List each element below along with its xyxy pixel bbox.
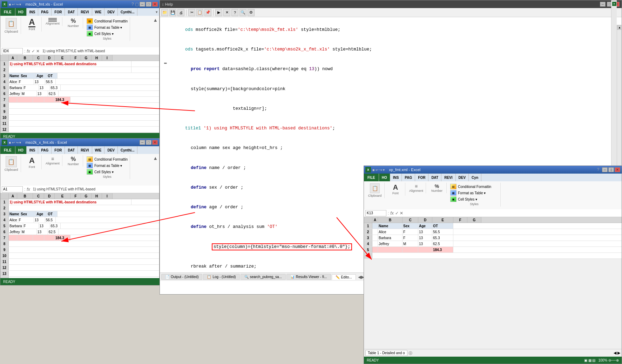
collapse-1[interactable]: ▬ bbox=[164, 60, 168, 66]
restore-btn-3[interactable]: ▯ bbox=[608, 167, 614, 172]
tab-log[interactable]: 📋 Log - (Untitled) bbox=[203, 274, 239, 280]
tab-dev-3[interactable]: DEV bbox=[456, 174, 469, 181]
tab-revi-2[interactable]: REVI bbox=[78, 146, 92, 154]
formula-fx-1: fx bbox=[27, 49, 30, 54]
tab-dev-1[interactable]: DEV bbox=[104, 8, 118, 16]
close-btn-3[interactable]: ✕ bbox=[615, 167, 620, 172]
table-row: 1 1) using HTMLSTYLE with HTML-based des… bbox=[0, 199, 159, 205]
tab-ins-2[interactable]: INS bbox=[27, 146, 39, 154]
maximize-btn-1[interactable]: □ bbox=[146, 2, 151, 7]
tab-pag-2[interactable]: PAG bbox=[38, 146, 52, 154]
tab-search[interactable]: 🔍 search_pubreg_sa... bbox=[241, 274, 286, 280]
tool-save[interactable]: 💾 bbox=[169, 9, 176, 16]
table-row: 3 Name Sex Age OT bbox=[0, 73, 159, 79]
minimize-btn-3[interactable]: ─ bbox=[602, 167, 608, 172]
col-headers-1: A B C D E F G H I bbox=[0, 55, 159, 61]
cell-styles-2[interactable]: ▣ Cell Styles ▾ bbox=[86, 169, 128, 175]
tab-editor[interactable]: ✏️ Edito... bbox=[332, 274, 356, 280]
tab-home-3[interactable]: HO bbox=[379, 174, 390, 181]
table-row: 5 Barbara F 13 65.3 bbox=[0, 223, 159, 229]
fmt-table-label-1: Format as Table ▾ bbox=[94, 26, 122, 29]
tab-cynthi-2[interactable]: Cynthi... bbox=[118, 146, 137, 154]
excel-window-2: X ■ ↩ ↪ ▾ mso2k_x_fmt.xls - Excel ─ □ ✕ … bbox=[0, 138, 160, 285]
tool-cut[interactable]: ✂ bbox=[188, 9, 195, 16]
clipboard-group-3: 📋 Clipboard bbox=[365, 183, 385, 198]
tool-open[interactable]: 📁 bbox=[161, 9, 168, 16]
tab-results[interactable]: 📊 Results Viewer - fi... bbox=[286, 274, 331, 280]
col-headers-2: A B C D E F G H I bbox=[0, 193, 159, 199]
tab-pag-3[interactable]: PAG bbox=[402, 174, 415, 181]
name-box-1[interactable] bbox=[2, 48, 23, 54]
minimize-btn-2[interactable]: ─ bbox=[140, 140, 145, 145]
format-as-table-2[interactable]: ▦ Format as Table ▾ bbox=[86, 162, 128, 169]
add-sheet-btn[interactable]: ⊕ bbox=[408, 350, 413, 356]
font-group-1: A Font bbox=[22, 17, 42, 32]
cell-styles-1[interactable]: ▣ Cell Styles ▾ bbox=[86, 31, 128, 37]
name-box-2[interactable] bbox=[2, 186, 23, 193]
formula-check-1[interactable]: ✓ ✕ bbox=[32, 49, 40, 54]
clipboard-icon-2: 📋 bbox=[6, 156, 17, 167]
close-btn-2[interactable]: ✕ bbox=[152, 140, 158, 145]
sheet-scroll-btns[interactable]: ◀ ▶ bbox=[614, 351, 620, 355]
formula-bar-3: : fx ✓ ✕ bbox=[364, 209, 622, 217]
status-text-1: READY bbox=[3, 135, 15, 139]
tab-output[interactable]: 📄 Output - (Untitled) bbox=[161, 274, 202, 280]
tab-view-1[interactable]: WIE bbox=[92, 8, 105, 16]
tab-ins-3[interactable]: INS bbox=[390, 174, 402, 181]
table-row: 3 Barbara F 13 65.3 bbox=[364, 235, 622, 241]
maximize-btn-2[interactable]: □ bbox=[146, 140, 151, 145]
sas-minimize[interactable]: ─ bbox=[600, 2, 606, 7]
tool-copy[interactable]: 📋 bbox=[196, 9, 203, 16]
name-box-3[interactable] bbox=[365, 210, 386, 216]
tab-dat-2[interactable]: DAT bbox=[65, 146, 78, 154]
tab-cynthi-1[interactable]: Cynthi... bbox=[118, 8, 137, 16]
sheet-tab-1[interactable]: Table 1 - Detailed and o bbox=[365, 350, 407, 356]
tool-debug[interactable]: ⚙ bbox=[248, 9, 255, 16]
tab-dat-3[interactable]: DAT bbox=[428, 174, 441, 181]
code-line: title1 '1) using HTMLSTYLE with HTML-bas… bbox=[164, 119, 617, 138]
formula-bar-1: : fx ✓ ✕ 1) using HTMLSTYLE with HTML-ba… bbox=[0, 47, 159, 55]
tab-insert-1[interactable]: INS bbox=[27, 8, 39, 16]
format-as-table-1[interactable]: ▦ Format as Table ▾ bbox=[86, 24, 128, 31]
tab-for-2[interactable]: FOR bbox=[52, 146, 65, 154]
ribbon-tabs-3: FILE HO INS PAG FOR DAT REVI DEV Cyn bbox=[364, 174, 622, 181]
conditional-formatting-2[interactable]: ▤ Conditional Formattin bbox=[86, 156, 128, 162]
tab-review-1[interactable]: REVI bbox=[78, 8, 92, 16]
code-line: ▬ proc report data=sashelp.class(where=(… bbox=[164, 60, 617, 79]
code-line: ods msoffice2k file='c:\temp\mso2k_fmt.x… bbox=[164, 20, 617, 40]
tool-run[interactable]: ▶ bbox=[215, 9, 222, 16]
status-ready: READY bbox=[367, 358, 379, 362]
tab-revi-3[interactable]: REVI bbox=[441, 174, 455, 181]
tab-file-1[interactable]: FILE bbox=[0, 8, 15, 16]
tab-for-3[interactable]: FOR bbox=[415, 174, 428, 181]
close-btn-1[interactable]: ✕ bbox=[152, 2, 158, 7]
tab-cynthi-3[interactable]: Cyn bbox=[469, 174, 481, 181]
tool-paste[interactable]: 📌 bbox=[204, 9, 211, 16]
conditional-formatting-1[interactable]: ▤ Conditional Formattin bbox=[86, 18, 128, 24]
tool-search[interactable]: 🔍 bbox=[239, 9, 246, 16]
table-row: 3 Name Sex Age OT bbox=[0, 211, 159, 217]
sheet-tabs-3: Table 1 - Detailed and o ⊕ ◀ ▶ bbox=[364, 349, 622, 357]
tab-wie-2[interactable]: WIE bbox=[92, 146, 105, 154]
tab-formulas-1[interactable]: FOR bbox=[52, 8, 65, 16]
tab-home-1[interactable]: HO bbox=[15, 8, 27, 16]
tab-file-3[interactable]: FILE bbox=[364, 174, 379, 181]
tool-stop[interactable]: ✕ bbox=[223, 9, 230, 16]
formula-value-1: 1) using HTMLSTYLE with HTML-based bbox=[42, 49, 105, 53]
sas-help-btn[interactable]: ? bbox=[612, 2, 616, 6]
tab-file-2[interactable]: FILE bbox=[0, 146, 15, 154]
tab-home-2[interactable]: HO bbox=[15, 146, 27, 154]
tab-page-1[interactable]: PAG bbox=[38, 8, 52, 16]
tool-print[interactable]: 🖨 bbox=[177, 9, 184, 16]
status-bar-2: READY bbox=[0, 278, 160, 285]
tool-help[interactable]: ? bbox=[231, 9, 238, 16]
tab-data-1[interactable]: DAT bbox=[65, 8, 78, 16]
ribbon-scroll-1[interactable]: ▲ bbox=[153, 17, 158, 23]
ribbon-scroll-2[interactable]: ▲ bbox=[153, 155, 158, 161]
cond-fmt-3[interactable]: ▤ Conditional Formattin bbox=[449, 183, 499, 190]
minimize-btn-1[interactable]: ─ bbox=[140, 2, 145, 7]
alignment-label-1: Alignment bbox=[46, 22, 60, 25]
cell-styles-3[interactable]: ▣ Cell Styles ▾ bbox=[449, 196, 499, 202]
tab-dev-2[interactable]: DEV bbox=[104, 146, 118, 154]
fmt-table-3[interactable]: ▦ Format as Table ▾ bbox=[449, 190, 499, 196]
